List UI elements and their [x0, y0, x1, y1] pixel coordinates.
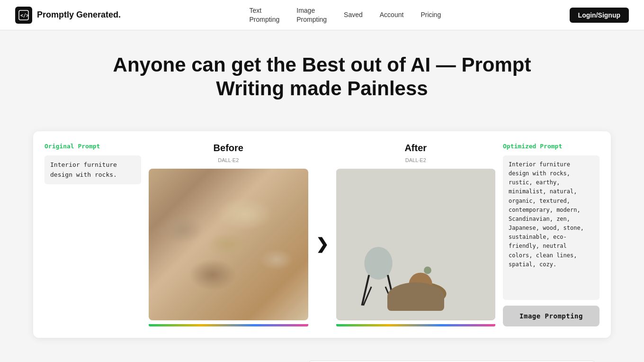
hero-headline: Anyone can get the Best out of AI — Prom… [109, 53, 535, 101]
demo-card: Original Prompt Interior furniture desig… [33, 131, 611, 338]
after-label: After [404, 143, 427, 154]
nav-item-saved[interactable]: Saved [344, 10, 363, 19]
svg-point-12 [424, 266, 431, 274]
arrow-divider: ❯ [308, 235, 336, 253]
nav-item-image-prompting[interactable]: Image Prompting [296, 6, 327, 23]
navbar: </> Promptly Generated. Text Prompting I… [0, 0, 644, 30]
original-prompt-box: Interior furniture design with rocks. [45, 155, 141, 185]
svg-text:</>: </> [20, 13, 29, 18]
image-prompting-button[interactable]: Image Prompting [503, 306, 599, 326]
demo-images-center: Before DALL·E2 ❯ After DALL·E2 [149, 143, 495, 326]
after-image [336, 169, 496, 320]
optimized-prompt-label: Optimized Prompt [503, 143, 599, 150]
nav-links: Text Prompting Image Prompting Saved Acc… [249, 6, 441, 23]
svg-point-3 [394, 282, 446, 305]
after-color-bar [336, 324, 496, 326]
original-prompt-label: Original Prompt [45, 143, 141, 150]
svg-point-7 [364, 247, 392, 280]
logo-link[interactable]: </> Promptly Generated. [15, 7, 121, 24]
nav-item-pricing[interactable]: Pricing [420, 10, 441, 19]
svg-rect-6 [428, 294, 431, 310]
nav-item-account[interactable]: Account [380, 10, 404, 19]
svg-rect-5 [413, 294, 416, 310]
svg-rect-4 [409, 272, 432, 296]
dall-e-label-before: DALL·E2 [218, 157, 239, 163]
optimized-prompt-box: Interior furniture design with rocks, ru… [503, 155, 599, 300]
login-signup-button[interactable]: Login/Signup [570, 8, 629, 23]
svg-rect-2 [336, 169, 496, 319]
hero-section: Anyone can get the Best out of AI — Prom… [0, 30, 644, 131]
before-image [149, 169, 308, 320]
dall-e-label-after: DALL·E2 [405, 157, 426, 163]
before-section: Before DALL·E2 [149, 143, 308, 326]
after-section: After DALL·E2 [336, 143, 496, 326]
before-label: Before [214, 143, 243, 154]
nav-right: Login/Signup [570, 8, 629, 23]
logo-text: Promptly Generated. [37, 10, 121, 20]
optimized-prompt-panel: Optimized Prompt Interior furniture desi… [495, 143, 599, 326]
before-color-bar [149, 324, 308, 326]
nav-item-text-prompting[interactable]: Text Prompting [249, 6, 279, 23]
logo-icon: </> [15, 7, 32, 24]
original-prompt-panel: Original Prompt Interior furniture desig… [45, 143, 149, 326]
